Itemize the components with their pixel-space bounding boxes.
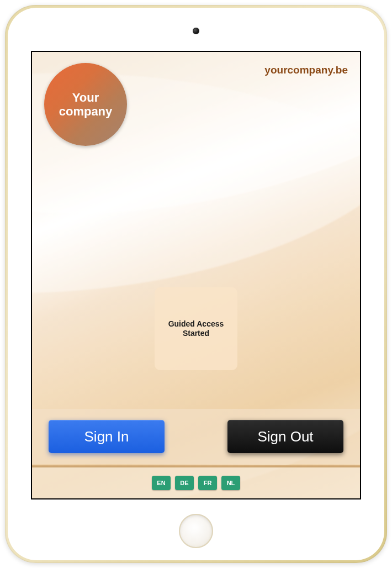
- screen: Your company yourcompany.be Guided Acces…: [31, 51, 361, 499]
- tablet-bezel: Your company yourcompany.be Guided Acces…: [8, 8, 384, 560]
- company-logo: Your company: [44, 63, 127, 146]
- website-url: yourcompany.be: [264, 64, 348, 76]
- action-bar: Sign In Sign Out: [32, 409, 360, 464]
- language-bar: EN DE FR NL: [32, 467, 360, 498]
- tablet-frame: Your company yourcompany.be Guided Acces…: [5, 5, 387, 563]
- toast-message: Guided Access Started: [162, 319, 230, 339]
- language-button-nl[interactable]: NL: [221, 476, 240, 490]
- front-camera-icon: [193, 28, 199, 34]
- language-button-fr[interactable]: FR: [198, 476, 217, 490]
- logo-text-line1: Your: [59, 91, 113, 104]
- language-button-de[interactable]: DE: [175, 476, 194, 490]
- language-button-en[interactable]: EN: [152, 476, 171, 490]
- logo-text-line2: company: [59, 104, 113, 118]
- sign-out-button[interactable]: Sign Out: [227, 420, 343, 453]
- guided-access-toast: Guided Access Started: [155, 287, 237, 370]
- home-button[interactable]: [179, 514, 213, 548]
- sign-in-button[interactable]: Sign In: [49, 420, 165, 453]
